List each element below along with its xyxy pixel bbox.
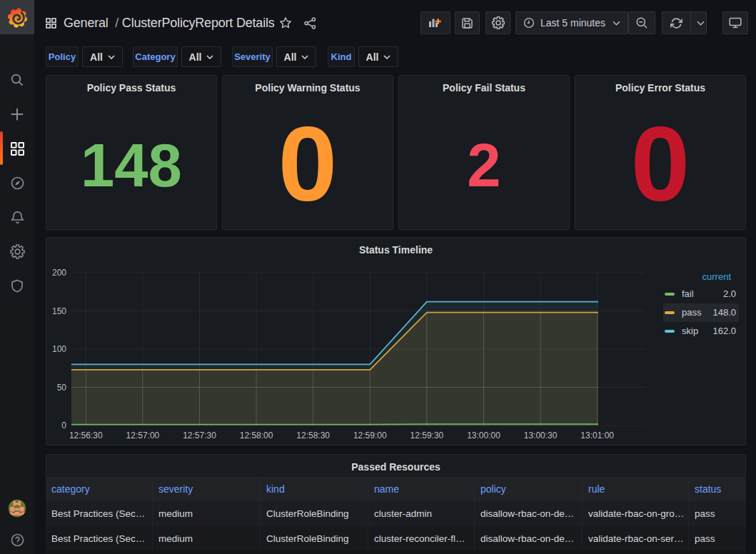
svg-text:12:56:30: 12:56:30 xyxy=(69,430,103,440)
svg-text:200: 200 xyxy=(52,268,66,278)
svg-text:162.0: 162.0 xyxy=(712,326,736,336)
svg-text:13:00:30: 13:00:30 xyxy=(524,430,558,440)
svg-text:12:59:00: 12:59:00 xyxy=(353,430,387,440)
svg-text:13:00:00: 13:00:00 xyxy=(467,430,500,440)
svg-text:13:01:00: 13:01:00 xyxy=(580,430,614,440)
svg-text:12:58:30: 12:58:30 xyxy=(296,430,330,440)
svg-text:150: 150 xyxy=(52,306,66,316)
svg-text:current: current xyxy=(702,271,732,282)
svg-text:12:58:00: 12:58:00 xyxy=(240,430,273,440)
svg-text:2.0: 2.0 xyxy=(723,288,736,299)
svg-text:12:59:30: 12:59:30 xyxy=(410,430,444,440)
svg-text:0: 0 xyxy=(61,420,66,430)
svg-text:148.0: 148.0 xyxy=(712,307,736,318)
svg-text:12:57:00: 12:57:00 xyxy=(126,430,160,440)
svg-text:pass: pass xyxy=(682,307,702,318)
svg-text:skip: skip xyxy=(682,326,698,336)
svg-text:50: 50 xyxy=(57,383,67,393)
svg-text:fail: fail xyxy=(682,288,694,299)
svg-text:12:57:30: 12:57:30 xyxy=(183,430,216,440)
svg-text:100: 100 xyxy=(52,344,66,354)
